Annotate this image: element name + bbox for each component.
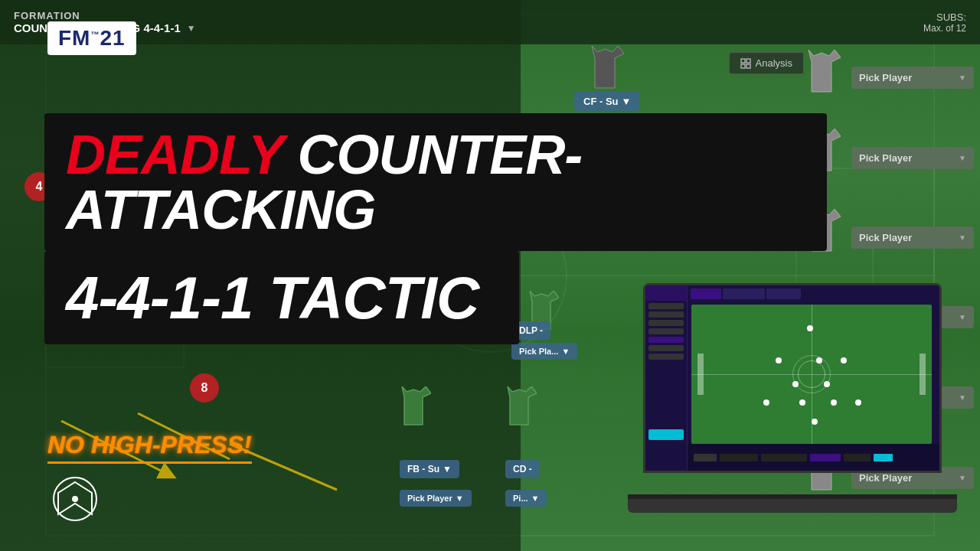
title-4411-banner: 4-4-1-1 TACTIC bbox=[44, 251, 519, 344]
dropdown-arrow-2: ▼ bbox=[959, 154, 966, 162]
cf-dropdown-icon: ▼ bbox=[622, 96, 632, 107]
fm-logo-text: FM™21 bbox=[58, 26, 126, 50]
title-deadly-banner: DEADLY COUNTER-ATTACKING bbox=[44, 113, 827, 251]
shirt-1 bbox=[802, 50, 841, 96]
svg-rect-22 bbox=[741, 59, 745, 63]
laptop-overlay bbox=[628, 283, 957, 513]
svg-point-21 bbox=[72, 496, 78, 502]
laptop-base bbox=[628, 499, 957, 513]
cf-shirt bbox=[586, 46, 624, 92]
laptop-pitch bbox=[691, 305, 932, 444]
title-4411-text: 4-4-1-1 TACTIC bbox=[66, 268, 498, 328]
rdf-logo bbox=[52, 476, 98, 522]
dropdown-arrow-6: ▼ bbox=[959, 474, 966, 482]
no-press-text: NO HIGH-PRESS! bbox=[47, 431, 252, 459]
pick-player-button-1[interactable]: Pick Player ▼ bbox=[851, 67, 974, 89]
laptop-sidebar bbox=[645, 285, 688, 471]
svg-rect-24 bbox=[741, 64, 745, 68]
player-number-8: 8 bbox=[190, 373, 219, 403]
pick-player-pitch-2[interactable]: Pick Pla... ▼ bbox=[511, 343, 577, 360]
laptop-screen bbox=[643, 283, 942, 473]
laptop-screen-inner bbox=[645, 285, 939, 471]
analysis-icon bbox=[740, 58, 751, 69]
cd-shirt-silhouette bbox=[502, 386, 537, 429]
svg-rect-25 bbox=[746, 64, 750, 68]
fb-shirt-silhouette bbox=[397, 386, 431, 429]
pick-player-button-3[interactable]: Pick Player ▼ bbox=[851, 227, 974, 249]
dropdown-arrow-5: ▼ bbox=[959, 393, 966, 402]
pick-player-pitch-4[interactable]: Pi... ▼ bbox=[505, 490, 547, 507]
fm-logo: FM™21 bbox=[47, 21, 136, 55]
analysis-button[interactable]: Analysis bbox=[729, 52, 804, 74]
formation-header: FORMATION COUNTER-ATTACKING 4-4-1-1 ▼ SU… bbox=[0, 0, 980, 44]
dropdown-arrow-1: ▼ bbox=[959, 73, 966, 82]
cd-role[interactable]: CD - bbox=[505, 460, 540, 478]
svg-rect-23 bbox=[746, 59, 750, 63]
dropdown-arrow-3: ▼ bbox=[959, 233, 966, 242]
pick-player-button-2[interactable]: Pick Player ▼ bbox=[851, 147, 974, 169]
dropdown-arrow-4: ▼ bbox=[959, 313, 966, 321]
subs-info: SUBS: Max. of 12 bbox=[923, 11, 966, 34]
cf-su-role[interactable]: CF - Su ▼ bbox=[574, 92, 640, 111]
title-deadly-text: DEADLY COUNTER-ATTACKING bbox=[66, 127, 805, 237]
fb-su-role[interactable]: FB - Su ▼ bbox=[400, 460, 459, 478]
pick-player-pitch-3[interactable]: Pick Player ▼ bbox=[400, 490, 472, 507]
